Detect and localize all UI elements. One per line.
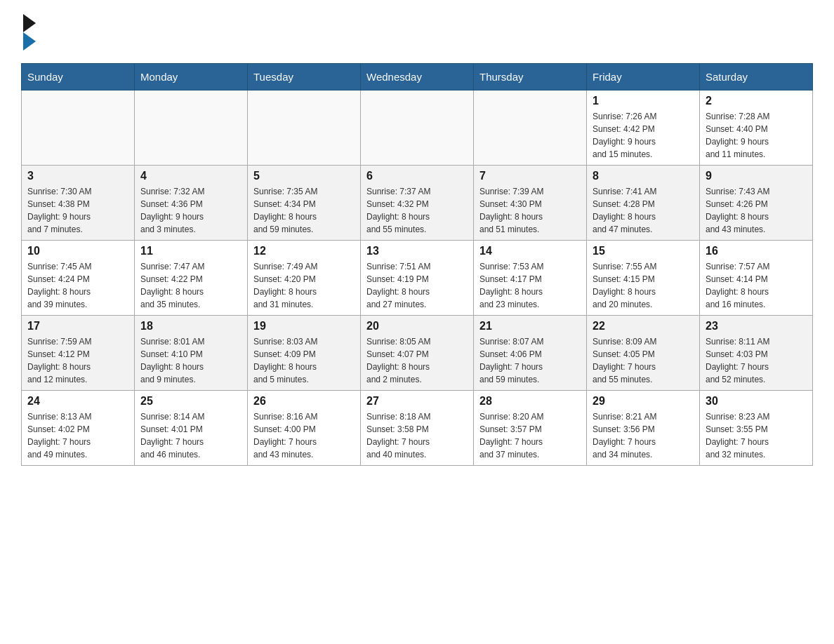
calendar-cell: 3Sunrise: 7:30 AMSunset: 4:38 PMDaylight…	[22, 166, 135, 241]
calendar-cell: 17Sunrise: 7:59 AMSunset: 4:12 PMDayligh…	[22, 316, 135, 391]
calendar-cell	[361, 90, 474, 166]
calendar-cell: 20Sunrise: 8:05 AMSunset: 4:07 PMDayligh…	[361, 316, 474, 391]
calendar-week-row: 1Sunrise: 7:26 AMSunset: 4:42 PMDaylight…	[22, 90, 813, 166]
calendar-cell: 26Sunrise: 8:16 AMSunset: 4:00 PMDayligh…	[248, 391, 361, 466]
day-number: 9	[706, 170, 807, 182]
calendar-cell: 29Sunrise: 8:21 AMSunset: 3:56 PMDayligh…	[587, 391, 700, 466]
calendar-cell: 11Sunrise: 7:47 AMSunset: 4:22 PMDayligh…	[135, 241, 248, 316]
calendar-cell: 22Sunrise: 8:09 AMSunset: 4:05 PMDayligh…	[587, 316, 700, 391]
calendar-cell: 16Sunrise: 7:57 AMSunset: 4:14 PMDayligh…	[700, 241, 813, 316]
day-info: Sunrise: 8:01 AMSunset: 4:10 PMDaylight:…	[140, 335, 241, 386]
calendar-cell: 8Sunrise: 7:41 AMSunset: 4:28 PMDaylight…	[587, 166, 700, 241]
day-info: Sunrise: 7:43 AMSunset: 4:26 PMDaylight:…	[706, 185, 807, 236]
calendar-cell: 6Sunrise: 7:37 AMSunset: 4:32 PMDaylight…	[361, 166, 474, 241]
day-number: 25	[140, 395, 241, 408]
weekday-header-thursday: Thursday	[474, 64, 587, 90]
day-info: Sunrise: 7:35 AMSunset: 4:34 PMDaylight:…	[253, 185, 355, 236]
calendar-cell: 14Sunrise: 7:53 AMSunset: 4:17 PMDayligh…	[474, 241, 587, 316]
day-number: 29	[593, 395, 694, 408]
day-number: 22	[593, 320, 694, 333]
day-number: 26	[253, 395, 355, 408]
day-number: 3	[27, 170, 128, 182]
calendar-cell: 23Sunrise: 8:11 AMSunset: 4:03 PMDayligh…	[700, 316, 813, 391]
day-info: Sunrise: 7:30 AMSunset: 4:38 PMDaylight:…	[27, 185, 128, 236]
calendar-cell: 21Sunrise: 8:07 AMSunset: 4:06 PMDayligh…	[474, 316, 587, 391]
day-number: 4	[140, 170, 241, 182]
calendar-cell: 30Sunrise: 8:23 AMSunset: 3:55 PMDayligh…	[700, 391, 813, 466]
calendar-cell: 7Sunrise: 7:39 AMSunset: 4:30 PMDaylight…	[474, 166, 587, 241]
day-info: Sunrise: 8:16 AMSunset: 4:00 PMDaylight:…	[253, 410, 355, 461]
day-number: 15	[593, 245, 694, 257]
day-info: Sunrise: 7:39 AMSunset: 4:30 PMDaylight:…	[479, 185, 581, 236]
day-number: 16	[706, 245, 807, 257]
day-number: 13	[366, 245, 468, 257]
day-number: 6	[366, 170, 468, 182]
day-info: Sunrise: 8:09 AMSunset: 4:05 PMDaylight:…	[593, 335, 694, 386]
day-info: Sunrise: 8:23 AMSunset: 3:55 PMDaylight:…	[706, 410, 807, 461]
weekday-header-row: SundayMondayTuesdayWednesdayThursdayFrid…	[22, 64, 813, 90]
weekday-header-wednesday: Wednesday	[361, 64, 474, 90]
weekday-header-sunday: Sunday	[22, 64, 135, 90]
calendar-week-row: 17Sunrise: 7:59 AMSunset: 4:12 PMDayligh…	[22, 316, 813, 391]
page-header	[21, 14, 813, 51]
day-info: Sunrise: 8:20 AMSunset: 3:57 PMDaylight:…	[479, 410, 581, 461]
calendar-cell: 5Sunrise: 7:35 AMSunset: 4:34 PMDaylight…	[248, 166, 361, 241]
day-number: 20	[366, 320, 468, 333]
day-info: Sunrise: 8:13 AMSunset: 4:02 PMDaylight:…	[27, 410, 128, 461]
day-info: Sunrise: 7:47 AMSunset: 4:22 PMDaylight:…	[140, 260, 241, 311]
day-info: Sunrise: 7:57 AMSunset: 4:14 PMDaylight:…	[706, 260, 807, 311]
calendar-cell: 12Sunrise: 7:49 AMSunset: 4:20 PMDayligh…	[248, 241, 361, 316]
weekday-header-tuesday: Tuesday	[248, 64, 361, 90]
day-info: Sunrise: 8:21 AMSunset: 3:56 PMDaylight:…	[593, 410, 694, 461]
calendar-week-row: 3Sunrise: 7:30 AMSunset: 4:38 PMDaylight…	[22, 166, 813, 241]
day-number: 23	[706, 320, 807, 333]
calendar-cell: 18Sunrise: 8:01 AMSunset: 4:10 PMDayligh…	[135, 316, 248, 391]
calendar-cell: 28Sunrise: 8:20 AMSunset: 3:57 PMDayligh…	[474, 391, 587, 466]
calendar-cell: 25Sunrise: 8:14 AMSunset: 4:01 PMDayligh…	[135, 391, 248, 466]
day-number: 19	[253, 320, 355, 333]
calendar-cell: 2Sunrise: 7:28 AMSunset: 4:40 PMDaylight…	[700, 90, 813, 166]
day-info: Sunrise: 8:05 AMSunset: 4:07 PMDaylight:…	[366, 335, 468, 386]
day-number: 1	[593, 95, 694, 107]
day-number: 27	[366, 395, 468, 408]
day-number: 7	[479, 170, 581, 182]
calendar-cell	[474, 90, 587, 166]
weekday-header-monday: Monday	[135, 64, 248, 90]
calendar-cell: 13Sunrise: 7:51 AMSunset: 4:19 PMDayligh…	[361, 241, 474, 316]
day-info: Sunrise: 7:26 AMSunset: 4:42 PMDaylight:…	[593, 110, 694, 161]
day-info: Sunrise: 8:18 AMSunset: 3:58 PMDaylight:…	[366, 410, 468, 461]
calendar-cell: 1Sunrise: 7:26 AMSunset: 4:42 PMDaylight…	[587, 90, 700, 166]
calendar-cell: 10Sunrise: 7:45 AMSunset: 4:24 PMDayligh…	[22, 241, 135, 316]
calendar-cell: 24Sunrise: 8:13 AMSunset: 4:02 PMDayligh…	[22, 391, 135, 466]
day-info: Sunrise: 8:11 AMSunset: 4:03 PMDaylight:…	[706, 335, 807, 386]
day-info: Sunrise: 7:37 AMSunset: 4:32 PMDaylight:…	[366, 185, 468, 236]
day-info: Sunrise: 7:28 AMSunset: 4:40 PMDaylight:…	[706, 110, 807, 161]
day-number: 30	[706, 395, 807, 408]
day-info: Sunrise: 8:14 AMSunset: 4:01 PMDaylight:…	[140, 410, 241, 461]
day-number: 11	[140, 245, 241, 257]
day-number: 14	[479, 245, 581, 257]
day-info: Sunrise: 7:55 AMSunset: 4:15 PMDaylight:…	[593, 260, 694, 311]
calendar-cell: 15Sunrise: 7:55 AMSunset: 4:15 PMDayligh…	[587, 241, 700, 316]
day-info: Sunrise: 7:49 AMSunset: 4:20 PMDaylight:…	[253, 260, 355, 311]
logo	[21, 14, 36, 51]
calendar-cell: 19Sunrise: 8:03 AMSunset: 4:09 PMDayligh…	[248, 316, 361, 391]
day-info: Sunrise: 8:07 AMSunset: 4:06 PMDaylight:…	[479, 335, 581, 386]
day-info: Sunrise: 7:51 AMSunset: 4:19 PMDaylight:…	[366, 260, 468, 311]
calendar-cell: 27Sunrise: 8:18 AMSunset: 3:58 PMDayligh…	[361, 391, 474, 466]
calendar-cell	[135, 90, 248, 166]
weekday-header-saturday: Saturday	[700, 64, 813, 90]
calendar-week-row: 24Sunrise: 8:13 AMSunset: 4:02 PMDayligh…	[22, 391, 813, 466]
day-number: 18	[140, 320, 241, 333]
day-info: Sunrise: 7:41 AMSunset: 4:28 PMDaylight:…	[593, 185, 694, 236]
day-number: 8	[593, 170, 694, 182]
day-info: Sunrise: 7:59 AMSunset: 4:12 PMDaylight:…	[27, 335, 128, 386]
calendar-cell	[248, 90, 361, 166]
day-number: 12	[253, 245, 355, 257]
calendar-cell: 9Sunrise: 7:43 AMSunset: 4:26 PMDaylight…	[700, 166, 813, 241]
calendar-cell: 4Sunrise: 7:32 AMSunset: 4:36 PMDaylight…	[135, 166, 248, 241]
day-number: 17	[27, 320, 128, 333]
day-info: Sunrise: 7:32 AMSunset: 4:36 PMDaylight:…	[140, 185, 241, 236]
day-number: 24	[27, 395, 128, 408]
day-number: 5	[253, 170, 355, 182]
